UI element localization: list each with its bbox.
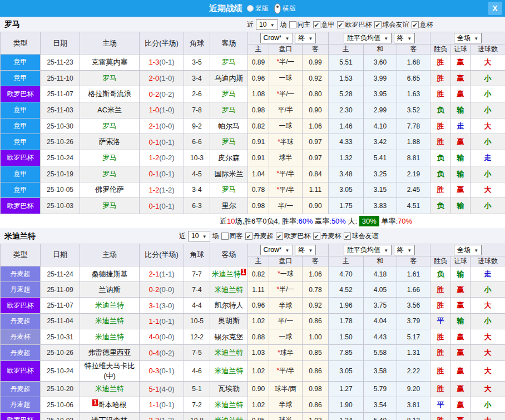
star-mark: * [276, 285, 279, 293]
result-goals: 大 [471, 329, 505, 345]
result-goals: 走 [471, 266, 505, 281]
halftime-score: (0-2) [159, 154, 174, 162]
section-roma: 罗马近10 ▼场同主✔意甲✔欧罗巴杯✔球会友谊✔意杯类型日期主场比分(半场)角球… [0, 17, 505, 229]
scope-select[interactable]: 全场 ▼ [454, 245, 482, 255]
score-cell: 2-1(0-0) [140, 118, 184, 134]
odds-source-select[interactable]: Crow* ▼ [260, 33, 293, 43]
checkbox-icon[interactable] [289, 21, 296, 28]
column-header-比分(半场): 比分(半场) [140, 244, 184, 266]
fulltime-score: 3-1 [148, 302, 159, 310]
avg-draw: 3.42 [364, 134, 397, 150]
scope-select[interactable]: 全场 ▼ [454, 33, 482, 43]
score-cell: 1-2(1-2) [140, 182, 184, 198]
odds-source-select[interactable]: Crow* ▼ [260, 245, 293, 255]
fulltime-score: 1-3 [148, 58, 159, 66]
away-team: 锡尔克堡 [210, 329, 248, 345]
corner-count: 3-5 [184, 55, 210, 71]
checkbox-icon[interactable]: ✔ [313, 233, 320, 240]
competition-badge: 意甲 [1, 55, 41, 71]
home-odds: 0.78 [248, 182, 269, 198]
table-row: 意甲25-10-05佛罗伦萨1-2(1-2)3-4罗马0.78*平/半1.113… [1, 182, 505, 198]
away-team: 罗马 [210, 55, 248, 71]
odds-state-select[interactable]: 终 ▼ [295, 33, 316, 43]
match-count-select[interactable]: 10 ▼ [256, 19, 278, 30]
result-handicap: 赢 [451, 413, 471, 420]
checkbox-icon[interactable]: ✔ [313, 21, 320, 28]
checkbox-icon[interactable]: ✔ [245, 233, 253, 240]
away-team: 米迪兰特 [210, 413, 248, 420]
corner-count: 6-6 [184, 134, 210, 150]
avg-away: 3.81 [397, 397, 430, 412]
checkbox-icon[interactable]: ✔ [337, 21, 344, 28]
match-date: 25-10-03 [41, 198, 80, 214]
table-row: 欧罗巴杯25-10-24特拉维夫马卡比(中)0-3(0-1)4-6米迪兰特1.0… [1, 360, 505, 381]
chevron-down-icon: ▼ [474, 36, 478, 41]
chevron-down-icon: ▼ [407, 36, 412, 41]
table-row: 丹麦超25-10-20米迪兰特5-1(4-0)5-1瓦埃勒0.90球半/两0.9… [1, 381, 505, 397]
avg-home: 5.28 [329, 86, 364, 102]
home-odds: 0.82 [248, 266, 269, 281]
avg-away: 8.13 [397, 413, 430, 420]
column-header-比分(半场): 比分(半场) [140, 32, 184, 55]
team-label: 特拉维夫马卡比(中) [85, 362, 135, 380]
checkbox-icon[interactable]: ✔ [412, 21, 419, 28]
avg-draw: 3.83 [364, 198, 397, 214]
close-button[interactable]: X [488, 2, 502, 15]
halftime-score: (0-1) [159, 202, 174, 210]
team-label: 克雷莫内塞 [92, 58, 128, 66]
column-header-客场: 客场 [210, 32, 248, 55]
halftime-score: (0-1) [159, 317, 174, 325]
avg-odds-select[interactable]: 胜平负均值 ▼ [344, 245, 392, 255]
result-handicap: 赢 [451, 86, 471, 102]
score-cell: 2-3(1-2) [140, 413, 184, 420]
summary-segment: 50% [331, 217, 346, 225]
scope-group-header: 全场 ▼ [430, 244, 505, 256]
team-label: 帕尔马 [218, 122, 240, 130]
checkbox-icon[interactable]: ✔ [374, 21, 382, 28]
avg-draw: 3.15 [364, 182, 397, 198]
avg-state-select[interactable]: 终 ▼ [394, 245, 415, 255]
avg-home: 2.30 [329, 102, 364, 118]
team-label: 罗马 [102, 201, 117, 210]
checkbox-label: 同客 [230, 231, 243, 241]
away-team: 凯尔特人 [210, 298, 248, 313]
competition-badge: 欧罗巴杯 [1, 413, 41, 420]
home-odds: 1.02 [248, 397, 269, 412]
avg-draw: 3.75 [364, 298, 397, 313]
filter-checkbox-丹麦超: ✔丹麦超 [245, 231, 274, 241]
avg-odds-select[interactable]: 胜平负均值 ▼ [344, 33, 392, 43]
odds-state-select[interactable]: 终 ▼ [295, 245, 316, 255]
away-team: 罗马 [210, 134, 248, 150]
score-cell: 0-1(0-1) [140, 198, 184, 214]
sub-header-主: 主 [248, 256, 269, 266]
radio-icon[interactable] [274, 3, 281, 14]
away-odds: 1.06 [303, 118, 329, 134]
avg-state-select[interactable]: 终 ▼ [394, 33, 415, 43]
checkbox-icon[interactable]: ✔ [276, 233, 283, 240]
halftime-score: (1-0) [159, 74, 174, 82]
away-team: 奥胡斯 [210, 313, 248, 329]
star-mark: * [278, 270, 280, 278]
radio-icon[interactable] [247, 5, 254, 12]
table-row: 意甲25-11-03AC米兰1-0(1-0)7-8罗马0.98平/半0.902.… [1, 102, 505, 118]
fulltime-score: 0-2 [148, 90, 159, 98]
result-outcome: 负 [430, 166, 451, 182]
corner-count: 6-3 [184, 198, 210, 214]
match-count-select[interactable]: 10 ▼ [188, 231, 210, 241]
radio-label: 竖版 [255, 4, 269, 13]
team-label: 诺丁汉森林 [92, 416, 128, 420]
table-row: 欧罗巴杯25-10-24罗马1-2(0-2)10-3皮尔森0.91球半0.971… [1, 150, 505, 166]
away-odds: 0.92 [303, 298, 329, 313]
checkbox-label: 同主 [298, 20, 311, 29]
chevron-down-icon: ▼ [384, 36, 388, 41]
sub-header-和: 和 [364, 45, 397, 55]
fulltime-score: 2-0 [148, 74, 159, 82]
checkbox-icon[interactable]: ✔ [344, 233, 351, 240]
result-outcome: 负 [430, 102, 451, 118]
filter-checkbox-丹麦杯: ✔丹麦杯 [313, 231, 341, 241]
checkbox-icon[interactable] [221, 233, 229, 240]
home-odds: 0.96 [248, 298, 269, 313]
halftime-score: (1-2) [159, 416, 174, 420]
result-outcome: 负 [430, 150, 451, 166]
home-odds: 0.91 [248, 134, 269, 150]
